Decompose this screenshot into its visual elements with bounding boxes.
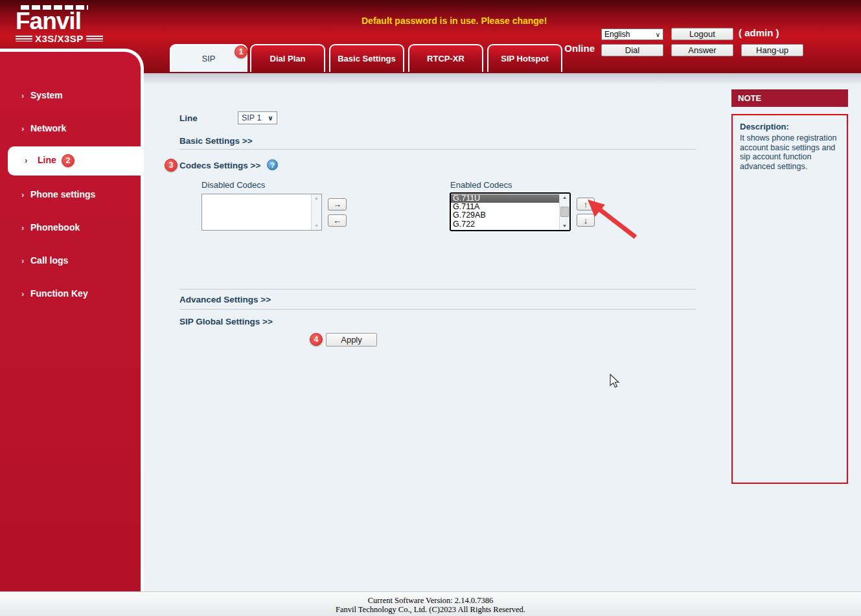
tab-sip-hotspot[interactable]: SIP Hotspot — [487, 44, 562, 72]
sidebar-item-label: Phone settings — [30, 189, 95, 200]
annotation-badge-4: 4 — [310, 333, 323, 346]
divider — [179, 289, 696, 290]
apply-button[interactable]: Apply — [326, 333, 377, 347]
footer-version-line: Current Software Version: 2.14.0.7386 — [0, 596, 861, 605]
fanvil-logo: Fanvil X3S/X3SP — [16, 5, 103, 44]
section-advanced-settings[interactable]: Advanced Settings >> — [179, 295, 271, 304]
scrollbar-thumb[interactable] — [560, 207, 569, 217]
chevron-right-icon: › — [25, 156, 27, 165]
codec-option[interactable]: G.729AB — [451, 211, 559, 220]
enabled-codecs-scrollbar[interactable]: ▲ ▼ — [559, 194, 569, 230]
annotation-badge-2: 2 — [62, 154, 75, 167]
move-left-button[interactable]: ← — [328, 214, 347, 227]
logo-title: Fanvil — [16, 10, 103, 33]
disabled-codecs-scrollbar[interactable]: ▲ ▼ — [311, 194, 321, 230]
content-top-band — [144, 73, 861, 85]
note-panel-body: Description: It shows phone registration… — [731, 114, 848, 484]
codec-option[interactable]: G.722 — [451, 220, 559, 229]
footer: Current Software Version: 2.14.0.7386 Fa… — [0, 591, 861, 616]
chevron-right-icon: › — [21, 124, 24, 133]
chevron-right-icon: › — [21, 223, 24, 232]
scroll-up-icon[interactable]: ▲ — [312, 194, 321, 202]
sidebar-item-system[interactable]: › System — [0, 87, 141, 103]
move-down-button[interactable]: ↓ — [577, 214, 595, 227]
sidebar-item-label: System — [30, 90, 63, 100]
sidebar-item-phone-settings[interactable]: › Phone settings — [0, 187, 141, 202]
answer-button[interactable]: Answer — [671, 44, 733, 56]
chevron-right-icon: › — [21, 91, 24, 100]
divider — [179, 309, 696, 310]
language-select[interactable]: English ∨ — [601, 29, 663, 40]
sidebar-item-label: Phonebook — [30, 222, 80, 233]
admin-user-label: ( admin ) — [739, 27, 779, 38]
footer-copyright-line: Fanvil Technology Co., Ltd. (C)2023 All … — [0, 605, 861, 614]
sidebar-item-label: Call logs — [30, 255, 68, 266]
move-up-button[interactable]: ↑ — [577, 198, 595, 211]
logo-lines-right — [86, 36, 103, 41]
logo-lines-left — [16, 36, 32, 41]
note-description-title: Description: — [740, 122, 789, 131]
enabled-codecs-label: Enabled Codecs — [450, 180, 512, 190]
chevron-right-icon: › — [21, 190, 24, 199]
sidebar-item-network[interactable]: › Network — [0, 120, 141, 136]
disabled-codecs-label: Disabled Codecs — [201, 180, 265, 190]
logo-subtitle: X3S/X3SP — [35, 33, 84, 44]
move-right-button[interactable]: → — [328, 198, 347, 211]
logout-button[interactable]: Logout — [671, 28, 733, 40]
section-basic-settings[interactable]: Basic Settings >> — [179, 136, 253, 146]
scroll-down-icon[interactable]: ▼ — [560, 222, 569, 230]
enabled-codecs-listbox[interactable]: G.711U G.711A G.729AB G.722 ▲ ▼ — [450, 192, 571, 231]
sidebar-nav: › System › Network › Line 2 › Phone sett… — [0, 49, 144, 591]
sidebar-item-phonebook[interactable]: › Phonebook — [0, 220, 141, 235]
line-field-label: Line — [179, 113, 198, 123]
sidebar-item-label: Network — [30, 123, 66, 133]
sidebar-item-line-active[interactable]: › Line 2 — [8, 146, 144, 176]
tab-basic-settings[interactable]: Basic Settings — [329, 44, 404, 72]
section-codecs-settings[interactable]: Codecs Settings >> — [179, 161, 260, 170]
annotation-badge-1: 1 — [235, 45, 247, 58]
language-select-value: English — [604, 30, 630, 39]
dial-button[interactable]: Dial — [601, 44, 663, 56]
sidebar-item-label: Line — [38, 155, 56, 165]
default-password-warning: Default password is in use. Please chang… — [362, 16, 547, 26]
chevron-right-icon: › — [21, 290, 24, 298]
tab-dial-plan[interactable]: Dial Plan — [250, 44, 325, 72]
tab-rtcp-xr[interactable]: RTCP-XR — [408, 44, 483, 72]
enabled-codecs-items: G.711U G.711A G.729AB G.722 — [451, 194, 559, 230]
sidebar-item-call-logs[interactable]: › Call logs — [0, 253, 141, 268]
scroll-down-icon[interactable]: ▼ — [312, 222, 321, 230]
chevron-down-icon: ∨ — [268, 114, 273, 122]
chevron-down-icon: ∨ — [656, 31, 660, 38]
scroll-up-icon[interactable]: ▲ — [560, 194, 569, 201]
divider — [179, 149, 696, 150]
line-select-value: SIP 1 — [242, 113, 261, 122]
sidebar-item-label: Function Key — [30, 288, 88, 299]
disabled-codecs-listbox[interactable]: ▲ ▼ — [201, 194, 322, 231]
chevron-right-icon: › — [21, 257, 24, 265]
note-description-text: It shows phone registration account basi… — [740, 133, 841, 171]
note-panel-header: NOTE — [731, 89, 848, 107]
section-sip-global-settings[interactable]: SIP Global Settings >> — [179, 317, 273, 326]
sidebar-item-function-key[interactable]: › Function Key — [0, 286, 141, 301]
annotation-badge-3: 3 — [165, 159, 178, 172]
disabled-codecs-items — [202, 194, 311, 230]
hangup-button[interactable]: Hang-up — [741, 44, 803, 56]
help-icon[interactable]: ? — [267, 159, 278, 170]
line-select[interactable]: SIP 1 ∨ — [238, 111, 277, 124]
